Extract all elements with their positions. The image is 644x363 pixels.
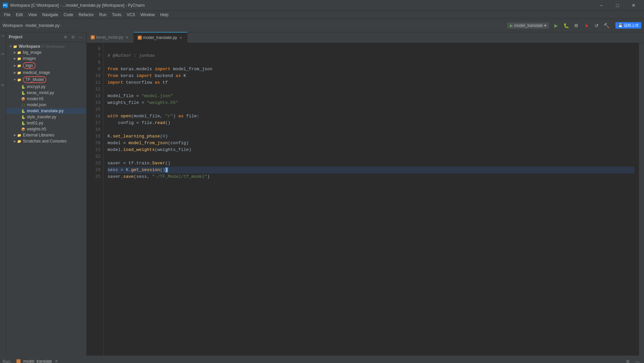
big-image-icon: 📁 bbox=[17, 50, 22, 55]
images-arrow[interactable]: ▶ bbox=[13, 56, 17, 61]
project-layout-btn[interactable]: ⊟ bbox=[70, 34, 76, 40]
menu-refactor[interactable]: Refactor bbox=[76, 11, 96, 19]
tab-keras-close[interactable]: ✕ bbox=[125, 35, 129, 40]
window-title: Workspace [C:\Workspace] - ...\model_tra… bbox=[10, 3, 594, 8]
big-image-label: big_image bbox=[23, 50, 41, 55]
model-h5-icon: 📦 bbox=[21, 96, 26, 101]
run-panel-header: Run: model_translate ✕ ⚙ — bbox=[0, 356, 644, 363]
toolbar: Workspace › model_translate.py › ▶ model… bbox=[0, 19, 644, 32]
workspace-folder-icon: 📁 bbox=[13, 44, 17, 49]
run-label: Run: bbox=[3, 359, 11, 363]
tree-external-libs[interactable]: ▶ 📁 External Libraries bbox=[6, 132, 86, 138]
tree-keras-mnist[interactable]: 🐍 keras_mnist.py bbox=[6, 90, 86, 96]
build-button[interactable]: 🔨 bbox=[602, 21, 611, 30]
run-button[interactable]: ▶ bbox=[552, 21, 561, 30]
tab-keras-icon: P bbox=[91, 35, 95, 39]
editor-area: P keras_mnist.py ✕ P model_translate.py … bbox=[87, 32, 644, 356]
menu-navigate[interactable]: Navigate bbox=[40, 11, 61, 19]
menu-view[interactable]: View bbox=[26, 11, 40, 19]
breadcrumb-sep2: › bbox=[60, 23, 61, 28]
minimize-button[interactable]: − bbox=[594, 0, 609, 11]
tab-keras-mnist[interactable]: P keras_mnist.py ✕ bbox=[87, 32, 134, 43]
breadcrumb-file[interactable]: model_translate.py bbox=[26, 23, 59, 28]
tree-images[interactable]: ▶ 📁 images bbox=[6, 55, 86, 62]
run-config-dropdown-icon: ▾ bbox=[544, 23, 546, 28]
code-editor[interactable]: 6 7 8 9 10 11 12 13 14 15 16 17 18 19 20… bbox=[87, 43, 644, 356]
code-content[interactable]: # @Author : junhao from keras.models imp… bbox=[103, 43, 639, 356]
run-config-name: model_translate bbox=[514, 23, 543, 28]
model-translate-label: model_translate.py bbox=[27, 109, 63, 113]
run-tab-icon bbox=[16, 359, 20, 363]
model-json-label: model.json bbox=[27, 103, 46, 107]
tree-big-image[interactable]: ▶ 📁 big_image bbox=[6, 49, 86, 55]
tree-style-transfer[interactable]: 🐍 style_transfer.py bbox=[6, 114, 86, 120]
encrypt-label: encrypt.py bbox=[27, 84, 45, 89]
menu-help[interactable]: Help bbox=[158, 11, 171, 19]
tree-encrypt-py[interactable]: 🐍 encrypt.py bbox=[6, 84, 86, 90]
tf-model-arrow[interactable]: ▼ bbox=[13, 78, 17, 82]
tab-model-translate[interactable]: P model_translate.py ✕ bbox=[134, 32, 187, 43]
tree-model-h5[interactable]: 📦 model.h5 bbox=[6, 96, 86, 102]
tf-model-icon: 📁 bbox=[17, 77, 22, 82]
keras-mnist-label: keras_mnist.py bbox=[27, 90, 54, 95]
upload-button[interactable]: 💾 远程上传 bbox=[615, 22, 641, 29]
big-image-arrow[interactable]: ▶ bbox=[13, 50, 17, 54]
stop-button[interactable]: ■ bbox=[582, 21, 591, 30]
tab-keras-label: keras_mnist.py bbox=[96, 35, 123, 40]
run-tab-close[interactable]: ✕ bbox=[55, 359, 58, 363]
tree-tf-model[interactable]: ▼ 📁 TF_Model bbox=[6, 76, 86, 84]
project-panel-header: Project ⚙ ⊟ — bbox=[6, 32, 86, 42]
left-tab-project: 1 bbox=[1, 34, 5, 38]
breadcrumb-workspace[interactable]: Workspace bbox=[3, 23, 23, 28]
test01-icon: 🐍 bbox=[21, 121, 26, 125]
menu-bar: File Edit View Navigate Code Refactor Ru… bbox=[0, 11, 644, 19]
tree-workspace-root[interactable]: ▼ 📁 Workspace C:\Workspace bbox=[6, 43, 86, 49]
tf-model-label: TF_Model bbox=[23, 76, 46, 83]
menu-vcs[interactable]: VCS bbox=[124, 11, 138, 19]
menu-run[interactable]: Run bbox=[96, 11, 109, 19]
run-settings-btn[interactable]: ⚙ bbox=[624, 358, 632, 363]
tree-weights-h5[interactable]: 📦 weights.h5 bbox=[6, 126, 86, 132]
left-tab-favorites: 3 bbox=[1, 83, 5, 88]
rerun-button[interactable]: ↺ bbox=[592, 21, 601, 30]
tab-model-translate-close[interactable]: ✕ bbox=[178, 35, 183, 40]
menu-tools[interactable]: Tools bbox=[109, 11, 124, 19]
project-panel-actions: ⚙ ⊟ — bbox=[62, 34, 84, 40]
run-config-selector[interactable]: ▶ model_translate ▾ bbox=[507, 23, 549, 29]
ext-libs-label: External Libraries bbox=[23, 133, 54, 137]
debug-button[interactable]: 🐛 bbox=[562, 21, 571, 30]
tree-logs[interactable]: ▶ 📁 logs bbox=[6, 62, 86, 70]
tab-model-translate-label: model_translate.py bbox=[143, 35, 177, 40]
project-hide-btn[interactable]: — bbox=[77, 34, 84, 40]
tree-model-json[interactable]: { } model.json bbox=[6, 102, 86, 108]
coverage-button[interactable]: ⚙ bbox=[572, 21, 581, 30]
menu-file[interactable]: File bbox=[1, 11, 13, 19]
weights-h5-icon: 📦 bbox=[21, 127, 26, 131]
run-tab-model-translate[interactable]: model_translate ✕ bbox=[14, 356, 60, 363]
tab-model-translate-icon: P bbox=[138, 36, 142, 40]
model-json-arrow bbox=[17, 103, 21, 107]
workspace-label: Workspace bbox=[19, 44, 40, 49]
breadcrumb-sep1: › bbox=[24, 23, 25, 28]
maximize-button[interactable]: □ bbox=[610, 0, 625, 11]
ext-libs-arrow[interactable]: ▶ bbox=[13, 133, 17, 137]
workspace-expand-arrow[interactable]: ▼ bbox=[9, 44, 13, 48]
tree-test01[interactable]: 🐍 test01.py bbox=[6, 120, 86, 126]
menu-window[interactable]: Window bbox=[138, 11, 158, 19]
menu-edit[interactable]: Edit bbox=[13, 11, 26, 19]
run-hide-btn[interactable]: — bbox=[633, 358, 641, 363]
editor-tabs-bar: P keras_mnist.py ✕ P model_translate.py … bbox=[87, 32, 644, 43]
right-scrollbar[interactable] bbox=[639, 43, 644, 356]
medical-image-arrow[interactable]: ▶ bbox=[13, 71, 17, 75]
images-label: images bbox=[23, 56, 36, 61]
logs-arrow[interactable]: ▶ bbox=[13, 64, 17, 68]
tree-model-translate[interactable]: 🐍 model_translate.py bbox=[6, 108, 86, 114]
model-h5-arrow bbox=[17, 97, 21, 101]
scratches-arrow[interactable]: ▶ bbox=[13, 139, 17, 143]
project-settings-btn[interactable]: ⚙ bbox=[62, 34, 69, 40]
tree-medical-image[interactable]: ▶ 📁 medical_image bbox=[6, 70, 86, 76]
tree-scratches[interactable]: ▶ 📁 Scratches and Consoles bbox=[6, 138, 86, 144]
close-button[interactable]: ✕ bbox=[626, 0, 641, 11]
menu-code[interactable]: Code bbox=[61, 11, 76, 19]
images-icon: 📁 bbox=[17, 56, 22, 61]
